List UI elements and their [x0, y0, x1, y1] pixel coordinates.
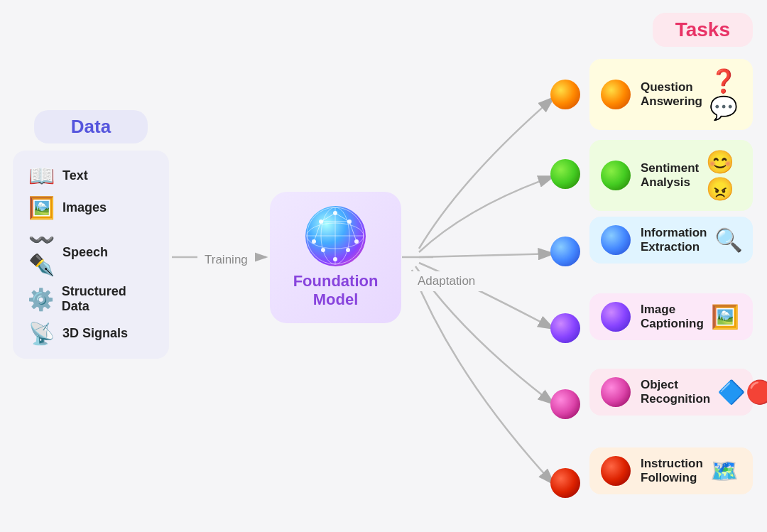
task-text-ic: Image Captioning	[641, 303, 704, 332]
data-item-images: 🖼️ Images	[27, 195, 155, 220]
svg-line-17	[314, 222, 321, 241]
task-card-ie: Information Extraction 🔍	[589, 217, 753, 264]
task-card-qa: Question Answering ❓💬	[589, 59, 753, 130]
data-item-3d: 📡 3D Signals	[27, 321, 155, 346]
data-section: Data 📖 Text 🖼️ Images 〰️✒️ Speech ⚙️ Str…	[13, 110, 169, 359]
task-sphere-or	[601, 377, 631, 407]
foundation-model-box: Foundation Model	[270, 192, 401, 323]
data-item-text: 📖 Text	[27, 163, 155, 188]
task-text-sa: Sentiment Analysis	[641, 161, 699, 190]
task-icon-qa: ❓💬	[709, 67, 741, 121]
data-item-speech-label: Speech	[62, 245, 108, 260]
line-sphere-ie	[550, 237, 580, 266]
speech-icon: 〰️✒️	[27, 227, 55, 277]
task-card-sa: Sentiment Analysis 😊😠	[589, 140, 753, 211]
svg-line-20	[335, 213, 349, 222]
task-icon-sa: 😊😠	[706, 148, 741, 202]
line-sphere-qa	[550, 80, 580, 109]
svg-line-18	[349, 222, 357, 241]
task-sphere-sa	[601, 161, 631, 190]
task-card-or: Object Recognition 🔷🔴	[589, 369, 753, 416]
data-item-text-label: Text	[62, 168, 88, 183]
tasks-label-box: Tasks	[653, 13, 753, 47]
data-item-images-label: Images	[62, 200, 107, 215]
task-text-if: Instruction Following	[641, 457, 703, 486]
task-text-ie: Information Extraction	[641, 226, 707, 255]
svg-point-15	[346, 248, 350, 252]
line-sphere-if	[550, 468, 580, 498]
task-sphere-qa	[601, 80, 631, 109]
task-card-if: Instruction Following 🗺️	[589, 447, 753, 494]
svg-point-13	[333, 257, 337, 261]
task-card-ic: Image Captioning 🖼️	[589, 293, 753, 340]
data-item-speech: 〰️✒️ Speech	[27, 227, 155, 277]
task-icon-ic: 🖼️	[711, 303, 739, 330]
task-icon-if: 🗺️	[710, 457, 739, 484]
task-text-or: Object Recognition	[641, 378, 710, 407]
data-item-3d-label: 3D Signals	[62, 326, 128, 341]
line-sphere-or	[550, 389, 580, 419]
adaptation-label: Adaptation	[410, 271, 482, 291]
svg-line-19	[321, 213, 335, 222]
data-item-structured: ⚙️ Structured Data	[27, 284, 155, 314]
task-sphere-ic	[601, 302, 631, 332]
data-item-structured-label: Structured Data	[62, 284, 155, 314]
task-icon-or: 🔷🔴	[717, 379, 767, 406]
foundation-sphere-svg	[305, 206, 366, 266]
3d-icon: 📡	[27, 321, 55, 346]
foundation-title: Foundation Model	[293, 272, 379, 310]
line-sphere-sa	[550, 159, 580, 189]
text-icon: 📖	[27, 163, 55, 188]
task-sphere-ie	[601, 225, 631, 255]
line-sphere-ic	[550, 313, 580, 343]
images-icon: 🖼️	[27, 195, 55, 220]
data-label-box: Data	[34, 110, 148, 143]
data-label: Data	[71, 116, 111, 137]
data-items-box: 📖 Text 🖼️ Images 〰️✒️ Speech ⚙️ Structur…	[13, 151, 169, 359]
training-label: Training	[197, 250, 255, 270]
svg-point-14	[321, 248, 325, 252]
foundation-sphere	[305, 206, 366, 266]
structured-icon: ⚙️	[27, 287, 55, 312]
task-sphere-if	[601, 456, 631, 486]
task-icon-ie: 🔍	[714, 227, 743, 254]
tasks-label: Tasks	[675, 18, 730, 40]
task-text-qa: Question Answering	[641, 80, 702, 109]
